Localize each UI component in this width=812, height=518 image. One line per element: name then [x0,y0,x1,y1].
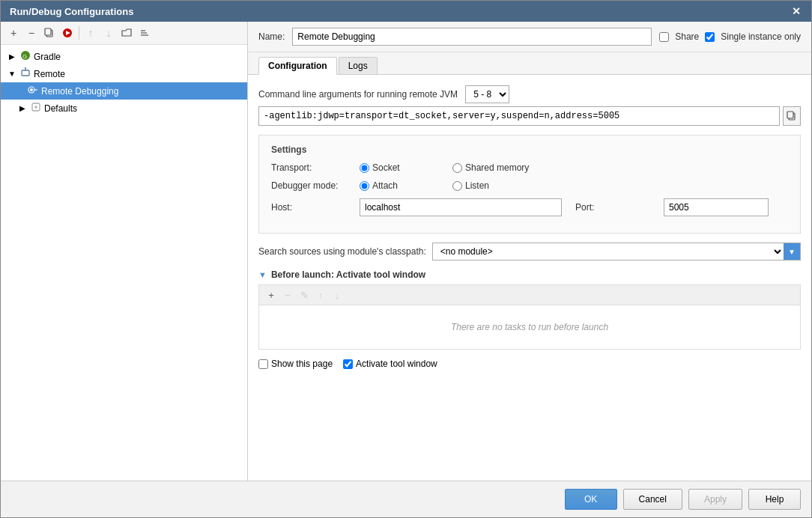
debugger-listen-option[interactable]: Listen [452,180,535,191]
tree-toggle-gradle: ▶ [7,52,17,62]
defaults-icon [31,102,41,115]
run-debug-dialog: Run/Debug Configurations ✕ + − [0,0,812,518]
bl-move-up-button[interactable]: ↑ [313,287,328,302]
module-label: Search sources using module's classpath: [258,246,426,257]
tree-toggle-remote: ▼ [7,69,17,79]
show-page-option[interactable]: Show this page [258,359,333,369]
svg-rect-9 [22,70,29,76]
transport-socket-option[interactable]: Socket [360,162,442,173]
copy-config-button[interactable] [41,25,58,41]
svg-point-11 [25,67,26,69]
transport-shared-label: Shared memory [465,162,529,173]
before-launch-empty-text: There are no tasks to run before launch [451,322,608,332]
close-button[interactable]: ✕ [790,5,802,17]
move-down-button[interactable]: ↓ [100,25,117,41]
bl-remove-button[interactable]: − [280,287,295,302]
ok-button[interactable]: OK [565,489,617,510]
module-select[interactable]: <no module> [433,243,784,260]
show-page-row: Show this page Activate tool window [258,359,801,369]
transport-row: Transport: Socket Shared memory [271,162,788,173]
jvm-version-select[interactable]: 5 - 8 9+ [465,85,509,103]
settings-title: Settings [271,144,788,155]
tree-item-gradle[interactable]: ▶ G Gradle [1,48,247,65]
apply-button[interactable]: Apply [688,489,742,510]
cancel-button[interactable]: Cancel [623,489,682,510]
dialog-body: + − ↑ ↓ [1,22,811,481]
sort-button[interactable] [136,25,153,41]
before-launch-toolbar: + − ✎ ↑ ↓ [258,284,801,305]
debugger-attach-radio[interactable] [360,181,369,191]
config-content: Command line arguments for running remot… [248,75,811,481]
bl-move-down-button[interactable]: ↓ [330,287,345,302]
debugger-listen-radio[interactable] [452,181,462,191]
module-dropdown-button[interactable]: ▼ [784,243,800,260]
run-type-button[interactable] [59,25,76,41]
before-launch-title: Before launch: Activate tool window [271,269,425,280]
share-checkbox[interactable] [659,32,669,42]
debugger-mode-label: Debugger mode: [271,180,354,191]
share-label: Share [675,31,699,42]
add-button[interactable]: + [5,25,22,41]
before-launch-list: There are no tasks to run before launch [258,305,801,350]
right-panel: Name: Share Single instance only Configu… [248,22,811,481]
transport-shared-option[interactable]: Shared memory [452,162,535,173]
remove-button[interactable]: − [23,25,40,41]
tree-item-defaults[interactable]: ▶ Defaults [1,100,247,117]
share-area: Share Single instance only [659,31,801,42]
debugger-mode-row: Debugger mode: Attach Listen [271,180,788,191]
activate-window-option[interactable]: Activate tool window [343,359,437,369]
port-label: Port: [575,202,658,213]
tree-label-remote-debugging: Remote Debugging [41,86,118,97]
host-label: Host: [271,202,354,213]
single-instance-checkbox[interactable] [705,32,715,42]
debugger-radio-group: Attach Listen [360,180,535,191]
toolbar: + − ↑ ↓ [1,22,247,45]
tree-label-remote: Remote [34,69,65,79]
tree-item-remote[interactable]: ▼ Remote [1,65,247,82]
show-page-checkbox[interactable] [258,359,268,369]
tree-area: ▶ G Gradle ▼ Remote [1,45,247,481]
show-page-label: Show this page [271,359,333,369]
activate-window-checkbox[interactable] [343,359,353,369]
transport-shared-radio[interactable] [452,163,462,173]
before-launch-toggle[interactable]: ▼ [258,270,267,279]
tree-item-remote-debugging[interactable]: Remote Debugging [1,82,247,100]
transport-label: Transport: [271,162,354,173]
tab-logs[interactable]: Logs [339,57,378,74]
jvm-version-row: 5 - 8 9+ [465,85,509,103]
tab-configuration[interactable]: Configuration [258,57,337,75]
port-input[interactable] [664,198,769,216]
before-launch-section: ▼ Before launch: Activate tool window + … [258,269,801,350]
gradle-icon: G [20,50,31,63]
dialog-title: Run/Debug Configurations [10,6,133,17]
transport-socket-label: Socket [372,162,400,173]
module-row: Search sources using module's classpath:… [258,243,801,260]
module-select-wrapper: <no module> ▼ [432,243,801,260]
settings-group: Settings Transport: Socket Shared memory [258,135,801,234]
cmd-input-row [258,106,801,126]
name-input[interactable] [292,28,652,46]
bl-edit-button[interactable]: ✎ [297,287,312,302]
cmd-label-row: Command line arguments for running remot… [258,85,801,103]
tabs-row: Configuration Logs [248,52,811,75]
remote-icon [20,67,31,80]
debugger-attach-option[interactable]: Attach [360,180,442,191]
host-port-row: Host: Port: [271,198,788,216]
copy-cmd-button[interactable] [783,106,801,126]
activate-window-label: Activate tool window [356,359,437,369]
bl-add-button[interactable]: + [264,287,279,302]
cmd-input[interactable] [258,106,780,126]
tree-label-defaults: Defaults [44,103,77,114]
help-button[interactable]: Help [748,489,801,510]
svg-rect-1 [45,28,51,35]
folder-button[interactable] [118,25,135,41]
transport-socket-radio[interactable] [360,163,369,173]
host-input[interactable] [360,198,562,216]
svg-rect-18 [787,112,793,118]
before-launch-header: ▼ Before launch: Activate tool window [258,269,801,280]
move-up-button[interactable]: ↑ [82,25,99,41]
name-label: Name: [258,31,285,42]
svg-point-13 [30,88,33,91]
tree-label-gradle: Gradle [34,52,61,62]
separator [79,26,79,40]
